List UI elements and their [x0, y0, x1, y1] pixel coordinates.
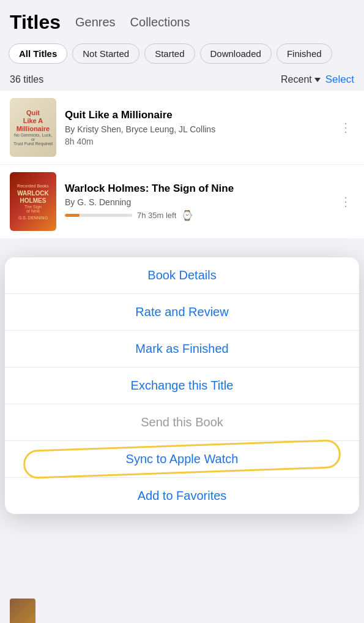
- progress-bar-bg-warlock: [65, 214, 132, 217]
- filter-all-titles[interactable]: All Titles: [9, 43, 67, 64]
- book-info-warlock: Warlock Holmes: The Sign of Nine By G. S…: [65, 182, 337, 221]
- nav-genres[interactable]: Genres: [75, 15, 116, 29]
- action-rate-review-label: Rate and Review: [135, 305, 228, 319]
- action-exchange-title[interactable]: Exchange this Title: [5, 368, 359, 404]
- book-item-quit[interactable]: QuitLike AMillionaire No Gimmicks, Luck,…: [0, 91, 364, 164]
- book-list: QuitLike AMillionaire No Gimmicks, Luck,…: [0, 91, 364, 238]
- page-title: Titles: [10, 11, 61, 34]
- filter-started[interactable]: Started: [144, 43, 195, 64]
- action-mark-finished[interactable]: Mark as Finished: [5, 331, 359, 368]
- watch-icon: ⌚: [181, 210, 193, 221]
- book-cover-warlock: Recorded Books WARLOCKHOLMES The Signof …: [10, 172, 56, 231]
- action-book-details[interactable]: Book Details: [5, 257, 359, 294]
- top-nav: Titles Genres Collections: [0, 0, 364, 40]
- action-send-book[interactable]: Send this Book: [5, 404, 359, 441]
- book-time-left-warlock: 7h 35m left: [137, 211, 176, 220]
- action-mark-finished-label: Mark as Finished: [135, 342, 228, 356]
- book-title-warlock: Warlock Holmes: The Sign of Nine: [65, 182, 337, 195]
- bottom-peek-cover: [10, 598, 35, 623]
- titles-count: 36 titles: [10, 74, 43, 85]
- progress-bar-fill-warlock: [65, 214, 80, 217]
- filter-finished[interactable]: Finished: [277, 43, 332, 64]
- book-item-warlock[interactable]: Recorded Books WARLOCKHOLMES The Signof …: [0, 165, 364, 238]
- book-more-button-warlock[interactable]: ⋮: [337, 189, 354, 214]
- select-button[interactable]: Select: [325, 74, 354, 86]
- action-rate-review[interactable]: Rate and Review: [5, 294, 359, 331]
- book-more-button-quit[interactable]: ⋮: [337, 115, 354, 140]
- filter-downloaded[interactable]: Downloaded: [200, 43, 272, 64]
- action-add-favorites-label: Add to Favorites: [138, 489, 227, 503]
- action-sync-watch-label: Sync to Apple Watch: [126, 452, 239, 466]
- filter-bar: All Titles Not Started Started Downloade…: [0, 40, 364, 70]
- book-cover-quit: QuitLike AMillionaire No Gimmicks, Luck,…: [10, 98, 56, 157]
- book-author-quit: By Kristy Shen, Bryce Leung, JL Collins: [65, 124, 337, 134]
- sort-recent-button[interactable]: Recent: [281, 74, 321, 85]
- nav-collections[interactable]: Collections: [130, 15, 190, 29]
- toolbar: 36 titles Recent Select: [0, 70, 364, 91]
- bottom-area: [0, 594, 364, 623]
- action-book-details-label: Book Details: [147, 268, 216, 282]
- action-exchange-title-label: Exchange this Title: [131, 379, 234, 393]
- filter-not-started[interactable]: Not Started: [72, 43, 139, 64]
- sort-label: Recent: [281, 74, 312, 85]
- action-send-book-label: Send this Book: [141, 415, 223, 429]
- chevron-down-icon: [314, 78, 321, 82]
- action-sheet: Book Details Rate and Review Mark as Fin…: [5, 257, 359, 514]
- book-title-quit: Quit Like a Millionaire: [65, 108, 337, 122]
- book-duration-quit: 8h 40m: [65, 137, 337, 146]
- book-info-quit: Quit Like a Millionaire By Kristy Shen, …: [65, 108, 337, 146]
- action-add-favorites[interactable]: Add to Favorites: [5, 478, 359, 514]
- book-progress-row-warlock: 7h 35m left ⌚: [65, 210, 337, 221]
- toolbar-right: Recent Select: [281, 74, 354, 86]
- action-sync-watch[interactable]: Sync to Apple Watch: [5, 441, 359, 478]
- book-author-warlock: By G. S. Denning: [65, 197, 337, 207]
